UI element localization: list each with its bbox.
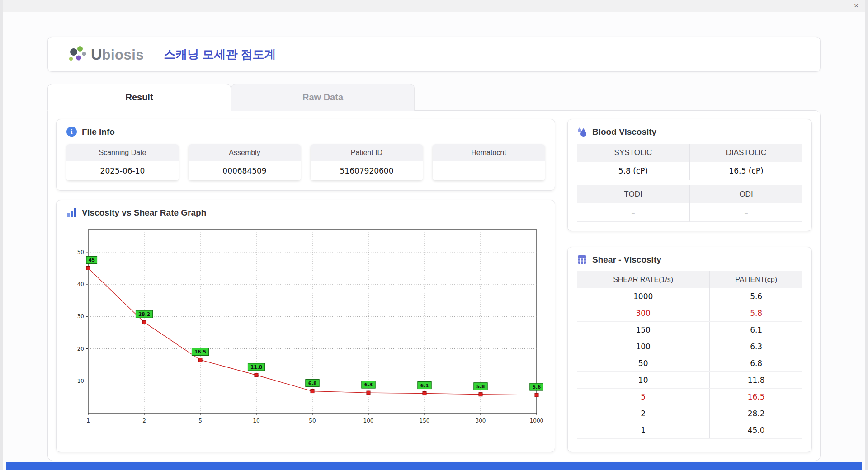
- diastolic-header: DIASTOLIC: [689, 144, 802, 162]
- shear-viscosity-table: SHEAR RATE(1/s) PATIENT(cp) 10005.63005.…: [577, 271, 802, 439]
- droplet-icon: [577, 127, 587, 137]
- result-panel: i File Info Scanning Date2025-06-10Assem…: [47, 110, 821, 461]
- file-info-field-scanning-date: Scanning Date2025-06-10: [66, 144, 179, 180]
- shear-table-row: 228.2: [577, 405, 802, 422]
- shear-rate-cell: 150: [577, 322, 710, 338]
- svg-text:11.8: 11.8: [250, 364, 262, 370]
- window-close-button[interactable]: ×: [854, 1, 859, 10]
- diastolic-value: 16.5 (cP): [689, 162, 802, 180]
- patient-viscosity-cell: 45.0: [710, 422, 802, 439]
- file-info-field-hematocrit: Hematocrit: [433, 144, 545, 180]
- svg-text:150: 150: [420, 418, 430, 424]
- systolic-value: 5.8 (cP): [577, 162, 689, 180]
- app-header: Ubiosis 스캐닝 모세관 점도계: [47, 37, 821, 72]
- svg-text:2: 2: [142, 418, 146, 424]
- patient-viscosity-cell: 28.2: [710, 405, 802, 422]
- shear-table-row: 506.8: [577, 355, 802, 372]
- svg-text:6.3: 6.3: [364, 382, 373, 387]
- graph-title: Viscosity vs Shear Rate Graph: [82, 208, 206, 218]
- shear-rate-cell: 10: [577, 372, 710, 389]
- bv-value-row-2: – –: [577, 203, 802, 222]
- shear-table-row: 516.5: [577, 389, 802, 405]
- page-title: 스캐닝 모세관 점도계: [164, 47, 276, 62]
- field-value: [433, 161, 545, 180]
- ubiosis-logo: Ubiosis: [67, 45, 144, 63]
- svg-text:100: 100: [363, 418, 374, 424]
- shear-viscosity-title: Shear - Viscosity: [592, 255, 661, 265]
- window-titlebar: ×: [3, 0, 865, 12]
- logo-text: Ubiosis: [91, 46, 144, 63]
- odi-value: –: [689, 203, 802, 222]
- app-window: × Ubiosis 스캐닝 모세관 점도계 Result Raw Data: [3, 0, 865, 470]
- info-icon: i: [66, 127, 77, 137]
- file-info-fields: Scanning Date2025-06-10Assembly000684509…: [66, 144, 545, 180]
- file-info-title: File Info: [82, 127, 115, 137]
- shear-rate-cell: 2: [577, 405, 710, 422]
- tab-bar: Result Raw Data: [47, 84, 821, 111]
- bv-header-row-2: TODI ODI: [577, 185, 802, 203]
- field-value: 000684509: [189, 161, 301, 180]
- file-info-header: i File Info: [66, 127, 545, 137]
- shear-table-row: 10005.6: [577, 288, 802, 305]
- svg-text:5.8: 5.8: [476, 384, 485, 389]
- shear-rate-cell: 5: [577, 389, 710, 405]
- shear-rate-cell: 1000: [577, 288, 710, 305]
- shear-rate-cell: 100: [577, 338, 710, 355]
- svg-text:45: 45: [88, 257, 95, 263]
- shear-rate-cell: 300: [577, 305, 710, 322]
- table-grid-icon: [577, 254, 587, 265]
- left-column: i File Info Scanning Date2025-06-10Assem…: [56, 119, 555, 452]
- shear-rate-column-header: SHEAR RATE(1/s): [577, 271, 710, 288]
- bar-chart-icon: [66, 207, 77, 218]
- field-value: 2025-06-10: [66, 161, 179, 180]
- svg-text:300: 300: [476, 418, 486, 424]
- patient-viscosity-cell: 6.3: [710, 338, 802, 355]
- svg-text:20: 20: [77, 346, 84, 352]
- blood-viscosity-table: SYSTOLIC DIASTOLIC 5.8 (cP) 16.5 (cP) TO…: [577, 144, 802, 222]
- blood-viscosity-header: Blood Viscosity: [577, 127, 802, 137]
- patient-viscosity-cell: 16.5: [710, 389, 802, 405]
- graph-header: Viscosity vs Shear Rate Graph: [66, 207, 545, 218]
- shear-table-row: 1006.3: [577, 338, 802, 355]
- tab-raw-data[interactable]: Raw Data: [231, 84, 415, 111]
- patient-column-header: PATIENT(cp): [710, 271, 802, 288]
- shear-table-row: 3005.8: [577, 305, 802, 322]
- graph-card: Viscosity vs Shear Rate Graph 1020304050…: [56, 200, 555, 452]
- patient-viscosity-cell: 5.8: [710, 305, 802, 322]
- shear-table-header-row: SHEAR RATE(1/s) PATIENT(cp): [577, 271, 802, 288]
- app-content: Ubiosis 스캐닝 모세관 점도계 Result Raw Data i Fi…: [3, 12, 865, 461]
- viscosity-chart: 1020304050125105010015030010004528.216.5…: [66, 223, 543, 443]
- tab-result[interactable]: Result: [47, 84, 231, 111]
- svg-text:10: 10: [77, 378, 84, 384]
- logo-dots-icon: [67, 45, 88, 63]
- svg-text:1: 1: [86, 418, 90, 424]
- svg-text:28.2: 28.2: [138, 311, 150, 317]
- svg-text:16.5: 16.5: [194, 349, 206, 354]
- bv-header-row: SYSTOLIC DIASTOLIC: [577, 144, 802, 162]
- shear-viscosity-header: Shear - Viscosity: [577, 254, 802, 265]
- svg-text:1000: 1000: [530, 418, 543, 424]
- patient-viscosity-cell: 5.6: [710, 288, 802, 305]
- bv-spacer: [577, 180, 802, 185]
- file-info-field-assembly: Assembly000684509: [189, 144, 301, 180]
- shear-rate-cell: 1: [577, 422, 710, 439]
- shear-rate-cell: 50: [577, 355, 710, 372]
- patient-viscosity-cell: 6.1: [710, 322, 802, 338]
- svg-text:30: 30: [77, 313, 84, 320]
- shear-viscosity-card: Shear - Viscosity SHEAR RATE(1/s) PATIEN…: [567, 247, 812, 452]
- field-value: 51607920600: [311, 161, 423, 180]
- field-label: Hematocrit: [433, 144, 545, 161]
- field-label: Scanning Date: [66, 144, 179, 161]
- svg-text:6.8: 6.8: [308, 381, 317, 386]
- window-bottom-bar: [6, 462, 862, 470]
- svg-text:40: 40: [77, 281, 84, 287]
- svg-text:50: 50: [77, 249, 84, 255]
- odi-header: ODI: [689, 185, 802, 203]
- patient-viscosity-cell: 6.8: [710, 355, 802, 372]
- bv-value-row: 5.8 (cP) 16.5 (cP): [577, 162, 802, 180]
- field-label: Assembly: [189, 144, 301, 161]
- svg-text:50: 50: [309, 418, 316, 424]
- patient-viscosity-cell: 11.8: [710, 372, 802, 389]
- svg-text:5.6: 5.6: [533, 384, 541, 390]
- systolic-header: SYSTOLIC: [577, 144, 689, 162]
